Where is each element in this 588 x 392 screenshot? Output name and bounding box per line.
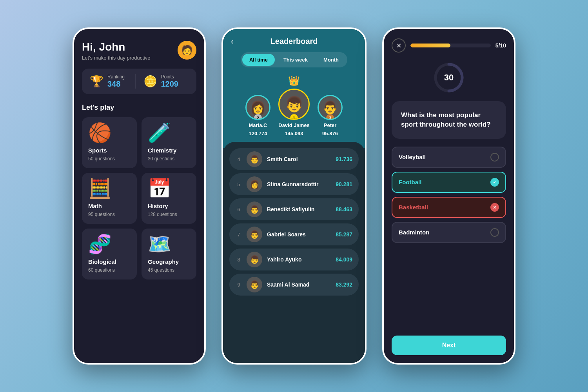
- option-football-label: Football: [399, 179, 421, 185]
- podium-score-1: 145.093: [285, 131, 303, 136]
- points-value: 1209: [161, 80, 179, 88]
- points-stat: 🪙 Points 1209: [135, 74, 189, 89]
- back-button[interactable]: ‹: [231, 37, 243, 46]
- list-item[interactable]: 7 👨 Gabriel Soares 85.287: [229, 223, 359, 245]
- options-list: Volleyball Football ✓ Basketball ✕ Badmi…: [392, 147, 506, 243]
- categories-grid: 🏀 Sports 50 questions 🧪 Chemistry 30 que…: [82, 117, 196, 279]
- category-biological[interactable]: 🧬 Biological 60 questions: [82, 229, 137, 279]
- list-item[interactable]: 6 👨 Benedikt Safiyulin 88.463: [229, 198, 359, 220]
- avatar-6: 👨: [247, 201, 262, 217]
- name-5: Stina Gunnarsdottir: [267, 181, 331, 187]
- rank-9: 9: [236, 282, 242, 288]
- podium-avatar-2: 👩 2: [245, 95, 270, 120]
- podium-face-2: 👩: [250, 100, 266, 115]
- question-card: What is the most popular sport throughou…: [392, 101, 506, 139]
- rank-5: 5: [236, 181, 242, 187]
- avatar[interactable]: 🧑: [178, 41, 196, 60]
- list-item[interactable]: 4 👨 Smith Carol 91.736: [229, 148, 359, 170]
- option-basketball[interactable]: Basketball ✕: [392, 197, 506, 218]
- score-5: 90.281: [336, 181, 352, 187]
- geography-icon: 🗺️: [148, 235, 171, 254]
- category-math[interactable]: 🧮 Math 95 questions: [82, 173, 137, 224]
- tab-month[interactable]: Month: [316, 54, 346, 66]
- podium-name-2: Maria.C: [249, 122, 267, 128]
- timer-ring: 30: [433, 62, 465, 93]
- phone-leaderboard: ‹ Leaderboard All time This week Month 👩…: [221, 27, 367, 365]
- geography-name: Geography: [148, 258, 179, 265]
- chemistry-name: Chemistry: [148, 147, 176, 154]
- rank-badge-3: 3: [326, 114, 334, 120]
- next-button[interactable]: Next: [392, 336, 506, 355]
- option-volleyball-radio: [490, 153, 499, 162]
- greeting-title: Hi, John: [82, 41, 150, 53]
- category-sports[interactable]: 🏀 Sports 50 questions: [82, 117, 137, 168]
- stats-row: 🏆 Ranking 348 🪙 Points 1209: [82, 69, 196, 94]
- list-item[interactable]: 9 👨 Saami Al Samad 83.292: [229, 274, 359, 296]
- avatar-emoji: 🧑: [181, 45, 193, 56]
- podium: 👩 2 Maria.C 120.774 👑 👦 1 David James 14…: [245, 75, 343, 148]
- phone-dashboard: Hi, John Let's make this day productive …: [73, 27, 206, 365]
- name-8: Yahiro Ayuko: [267, 256, 331, 263]
- greeting-subtitle: Let's make this day productive: [82, 55, 150, 61]
- timer-value: 30: [444, 73, 454, 83]
- category-geography[interactable]: 🗺️ Geography 45 questions: [142, 229, 196, 279]
- score-4: 91.736: [336, 156, 352, 162]
- podium-score-3: 95.876: [322, 131, 338, 136]
- option-basketball-label: Basketball: [399, 204, 428, 211]
- phone-quiz: ✕ 5/10 30 What is the most popular sport…: [382, 27, 515, 365]
- points-label: Points: [161, 74, 179, 80]
- rank-6: 6: [236, 207, 242, 212]
- sports-icon: 🏀: [88, 123, 112, 142]
- biological-count: 60 questions: [88, 267, 115, 273]
- podium-3rd: 👨 3 Peter 95.876: [318, 95, 343, 136]
- leaderboard-nav: ‹ Leaderboard: [231, 37, 357, 46]
- podium-avatar-1: 👦 1: [278, 89, 310, 120]
- list-item[interactable]: 8 👦 Yahiro Ayuko 84.009: [229, 249, 359, 270]
- score-8: 84.009: [336, 256, 352, 263]
- ranking-stat: 🏆 Ranking 348: [90, 74, 135, 89]
- podium-score-2: 120.774: [249, 131, 267, 136]
- leaderboard-header: ‹ Leaderboard All time This week Month 👩…: [223, 29, 365, 148]
- name-7: Gabriel Soares: [267, 231, 331, 238]
- ranking-info: Ranking 348: [107, 74, 125, 89]
- option-basketball-radio: ✕: [490, 203, 499, 212]
- name-6: Benedikt Safiyulin: [267, 206, 331, 212]
- rank-4: 4: [236, 156, 242, 162]
- option-volleyball[interactable]: Volleyball: [392, 147, 506, 168]
- rank-7: 7: [236, 232, 242, 238]
- chemistry-count: 30 questions: [148, 156, 174, 162]
- greeting-section: Hi, John Let's make this day productive: [82, 41, 150, 61]
- avatar-9: 👨: [247, 277, 262, 292]
- tab-this-week[interactable]: This week: [276, 54, 315, 66]
- category-history[interactable]: 📅 History 128 questions: [142, 173, 196, 224]
- name-4: Smith Carol: [267, 156, 331, 162]
- progress-bar: [410, 44, 491, 47]
- sports-name: Sports: [88, 147, 107, 154]
- podium-name-1: David James: [278, 122, 310, 128]
- list-item[interactable]: 5 👩 Stina Gunnarsdottir 90.281: [229, 173, 359, 195]
- leaderboard-title: Leaderboard: [243, 37, 345, 46]
- lets-play-title: Let's play: [82, 103, 196, 112]
- avatar-8: 👦: [247, 252, 262, 267]
- podium-face-1: 👦: [285, 96, 303, 113]
- podium-face-3: 👨: [322, 100, 338, 115]
- ranking-label: Ranking: [107, 74, 125, 80]
- podium-avatar-3: 👨 3: [318, 95, 343, 120]
- podium-1st: 👑 👦 1 David James 145.093: [278, 75, 310, 136]
- coin-icon: 🪙: [143, 75, 157, 88]
- category-chemistry[interactable]: 🧪 Chemistry 30 questions: [142, 117, 196, 168]
- score-6: 88.463: [336, 206, 352, 212]
- option-badminton[interactable]: Badminton: [392, 222, 506, 243]
- biological-name: Biological: [88, 258, 116, 265]
- score-7: 85.287: [336, 231, 352, 238]
- rank-badge-1: 1: [290, 114, 298, 120]
- avatar-7: 👨: [247, 227, 262, 242]
- points-info: Points 1209: [161, 74, 179, 89]
- math-name: Math: [88, 203, 102, 209]
- tab-all-time[interactable]: All time: [242, 54, 275, 66]
- close-button[interactable]: ✕: [392, 38, 406, 53]
- timer-wrap: 30: [392, 62, 506, 93]
- option-volleyball-label: Volleyball: [399, 154, 426, 160]
- option-football[interactable]: Football ✓: [392, 172, 506, 193]
- history-count: 128 questions: [148, 212, 177, 217]
